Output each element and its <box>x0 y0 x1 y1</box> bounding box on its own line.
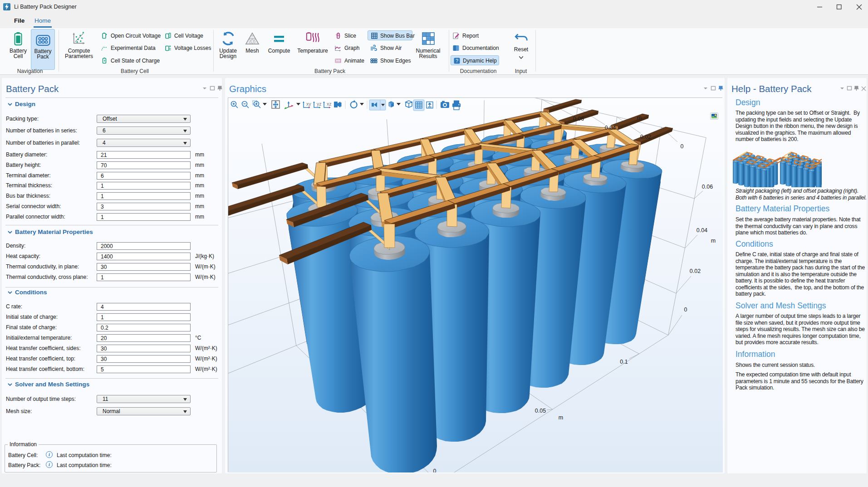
svg-text:m: m <box>559 414 563 421</box>
svg-text:0.06: 0.06 <box>702 184 713 190</box>
svg-text:0.02: 0.02 <box>690 268 701 274</box>
svg-text:yz: yz <box>317 101 322 107</box>
svg-text:m: m <box>711 238 716 244</box>
svg-text:0.02: 0.02 <box>640 134 651 140</box>
svg-text:0.06: 0.06 <box>573 116 584 122</box>
svg-text:m: m <box>637 115 642 121</box>
svg-text:0.05: 0.05 <box>535 408 546 414</box>
svg-text:0: 0 <box>681 143 684 150</box>
svg-text:?: ? <box>456 58 458 63</box>
svg-text:0.04: 0.04 <box>605 125 616 131</box>
svg-text:0.1: 0.1 <box>620 359 628 365</box>
svg-text:0.04: 0.04 <box>696 227 707 234</box>
svg-text:0: 0 <box>684 307 687 313</box>
svg-text:0: 0 <box>433 468 436 472</box>
svg-text:xz: xz <box>327 101 332 107</box>
svg-text:xy: xy <box>306 101 311 107</box>
